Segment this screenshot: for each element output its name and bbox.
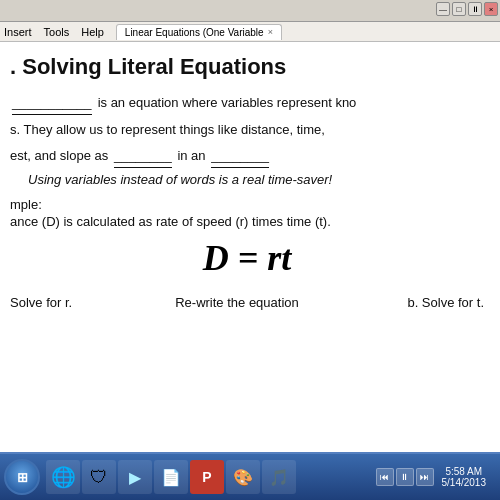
line2-text: s. They allow us to represent things lik…	[10, 122, 325, 137]
solve-a-label: Solve for r.	[10, 295, 130, 310]
example-label: mple:	[10, 197, 484, 212]
media-playpause-button[interactable]: ⏸	[396, 468, 414, 486]
line3: est, and slope as ________ in an _______…	[10, 145, 484, 168]
menu-insert[interactable]: Insert	[4, 26, 32, 38]
content-area: . Solving Literal Equations ___________ …	[0, 42, 500, 432]
system-clock: 5:58 AM 5/14/2013	[436, 466, 493, 488]
close-button[interactable]: ×	[484, 2, 498, 16]
solve-b-label: b. Solve for t.	[344, 295, 484, 310]
pause-button[interactable]: ⏸	[468, 2, 482, 16]
shield-icon-button[interactable]: 🛡	[82, 460, 116, 494]
browser-chrome: — □ ⏸ ×	[0, 0, 500, 22]
rewrite-section: Solve for r. Re-write the equation b. So…	[10, 295, 484, 310]
line3-mid: in an	[177, 148, 209, 163]
media-prev-button[interactable]: ⏮	[376, 468, 394, 486]
media-controls: ⏮ ⏸ ⏭	[376, 468, 434, 486]
media-play-button[interactable]: ▶	[118, 460, 152, 494]
minimize-button[interactable]: —	[436, 2, 450, 16]
tab-close-button[interactable]: ×	[268, 27, 273, 37]
line2: s. They allow us to represent things lik…	[10, 119, 484, 141]
blank1: ___________	[12, 92, 92, 115]
section-number: .	[10, 54, 16, 79]
line1-text: is an equation where variables represent…	[98, 95, 357, 110]
paint-icon-button[interactable]: 🎨	[226, 460, 260, 494]
example-desc: ance (D) is calculated as rate of speed …	[10, 214, 484, 229]
rewrite-label: Re-write the equation	[130, 295, 344, 310]
powerpoint-icon-button[interactable]: P	[190, 460, 224, 494]
window-controls: — □ ⏸ ×	[434, 0, 500, 18]
tab-active-label[interactable]: Linear Equations (One Variable ×	[116, 24, 282, 40]
section-title-text: Solving Literal Equations	[22, 54, 286, 79]
taskbar: ⊞ 🌐 🛡 ▶ 📄 P 🎨 🎵 ⏮ ⏸ ⏭ 5:58 AM 5/14/2013	[0, 452, 500, 500]
section-title: . Solving Literal Equations	[10, 54, 484, 80]
blank3: ________	[211, 145, 269, 168]
taskbar-right: ⏮ ⏸ ⏭ 5:58 AM 5/14/2013	[376, 466, 497, 488]
menu-bar: Insert Tools Help Linear Equations (One …	[0, 22, 500, 42]
maximize-button[interactable]: □	[452, 2, 466, 16]
line1: ___________ is an equation where variabl…	[10, 92, 484, 115]
ie-icon-button[interactable]: 🌐	[46, 460, 80, 494]
timesaver-text: Using variables instead of words is a re…	[28, 172, 484, 187]
menu-tools[interactable]: Tools	[44, 26, 70, 38]
start-button[interactable]: ⊞	[4, 459, 40, 495]
music-icon-button[interactable]: 🎵	[262, 460, 296, 494]
blank2: ________	[114, 145, 172, 168]
line3-pre: est, and slope as	[10, 148, 108, 163]
main-equation: D = rt	[10, 237, 484, 279]
menu-help[interactable]: Help	[81, 26, 104, 38]
media-next-button[interactable]: ⏭	[416, 468, 434, 486]
document-icon-button[interactable]: 📄	[154, 460, 188, 494]
